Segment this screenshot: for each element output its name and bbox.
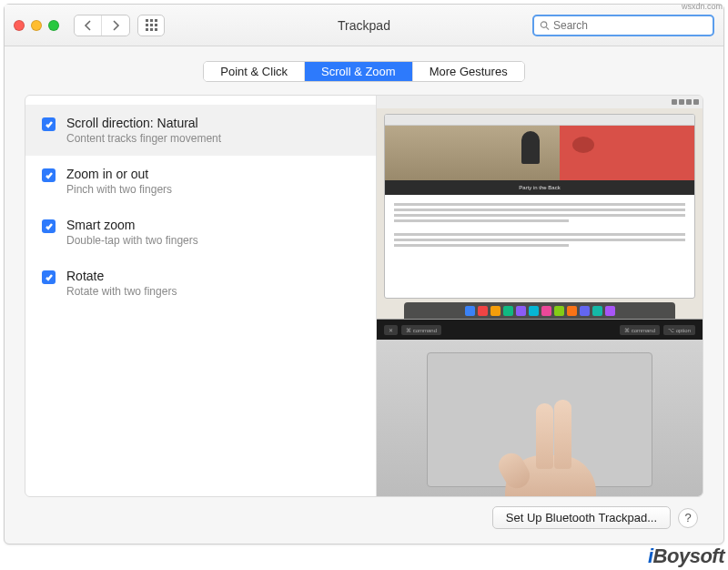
svg-point-0 <box>541 21 546 26</box>
preview-touchbar: ✕ ⌘ command ⌘ command ⌥ option <box>377 320 703 340</box>
footer: Set Up Bluetooth Trackpad... ? <box>25 497 703 533</box>
tab-more-gestures[interactable]: More Gestures <box>413 62 524 81</box>
preview-screen: Party in the Back <box>377 96 703 320</box>
option-desc: Double-tap with two fingers <box>66 234 198 247</box>
watermark: iBoysoft <box>648 545 724 568</box>
source-url: wsxdn.com <box>682 2 723 11</box>
grid-icon <box>146 19 157 31</box>
tab-point-click[interactable]: Point & Click <box>204 62 305 81</box>
preview-dock <box>404 302 675 319</box>
checkbox[interactable] <box>42 168 56 182</box>
zoom-icon[interactable] <box>48 20 59 31</box>
option-title: Rotate <box>66 269 177 283</box>
setup-bluetooth-button[interactable]: Set Up Bluetooth Trackpad... <box>492 506 671 529</box>
gesture-preview: Party in the Back ✕ ⌘ command <box>376 96 703 496</box>
content-area: Point & Click Scroll & Zoom More Gesture… <box>5 46 723 544</box>
close-icon[interactable] <box>14 20 25 31</box>
settings-pane: Scroll direction: Natural Content tracks… <box>25 95 703 497</box>
minimize-icon[interactable] <box>31 20 42 31</box>
help-button[interactable]: ? <box>678 508 698 528</box>
checkbox[interactable] <box>42 117 56 131</box>
option-desc: Pinch with two fingers <box>66 183 172 196</box>
option-scroll-direction[interactable]: Scroll direction: Natural Content tracks… <box>25 105 376 156</box>
preferences-window: Trackpad Point & Click Scroll & Zoom Mor… <box>4 4 724 545</box>
back-button[interactable] <box>75 15 102 36</box>
tab-scroll-zoom[interactable]: Scroll & Zoom <box>305 62 413 81</box>
options-list: Scroll direction: Natural Content tracks… <box>25 96 376 496</box>
preview-menubar <box>377 96 703 108</box>
preview-browser: Party in the Back <box>384 114 695 299</box>
option-zoom[interactable]: Zoom in or out Pinch with two fingers <box>25 156 376 207</box>
search-input[interactable] <box>553 19 707 32</box>
preview-trackpad <box>377 340 703 496</box>
option-smart-zoom[interactable]: Smart zoom Double-tap with two fingers <box>25 207 376 258</box>
nav-back-forward <box>74 15 130 36</box>
titlebar: Trackpad <box>5 5 723 46</box>
hand-icon <box>496 396 605 497</box>
search-icon <box>540 20 550 31</box>
option-title: Smart zoom <box>66 218 198 232</box>
option-title: Scroll direction: Natural <box>66 116 221 130</box>
svg-line-1 <box>546 26 549 29</box>
option-title: Zoom in or out <box>66 167 172 181</box>
preview-hero-text: Party in the Back <box>385 180 694 195</box>
checkbox[interactable] <box>42 270 56 284</box>
checkbox[interactable] <box>42 219 56 233</box>
show-all-button[interactable] <box>137 15 165 36</box>
option-desc: Content tracks finger movement <box>66 132 221 145</box>
option-desc: Rotate with two fingers <box>66 285 177 298</box>
forward-button[interactable] <box>102 15 129 36</box>
search-field[interactable] <box>532 15 714 36</box>
option-rotate[interactable]: Rotate Rotate with two fingers <box>25 258 376 309</box>
tab-bar: Point & Click Scroll & Zoom More Gesture… <box>203 61 524 82</box>
traffic-lights <box>14 20 59 31</box>
